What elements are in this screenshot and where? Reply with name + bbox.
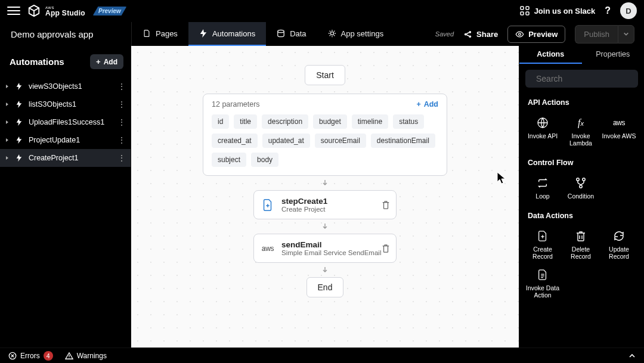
action-loop[interactable]: Loop [524, 173, 561, 203]
svg-rect-1 [526, 7, 529, 10]
tab-properties[interactable]: Properties [582, 46, 645, 64]
action-invoke-data-action[interactable]: Invoke Data Action [524, 265, 561, 302]
param-chip-body[interactable]: body [251, 153, 278, 167]
end-node[interactable]: End [306, 277, 344, 297]
product-name: App Studio [45, 11, 85, 16]
action-invoke-lambda[interactable]: fxInvoke Lambda [562, 113, 599, 150]
action-delete-record[interactable]: Delete Record [562, 226, 599, 263]
saved-status: Saved [435, 30, 454, 38]
tab-automations[interactable]: Automations [188, 22, 266, 46]
add-automation-button[interactable]: +Add [90, 54, 123, 69]
action-create-record[interactable]: Create Record [524, 226, 561, 263]
action-label: Loop [535, 193, 549, 200]
action-label: Invoke AWS [602, 132, 636, 139]
automation-item-createproject1[interactable]: CreateProject1⋮ [0, 149, 131, 167]
help-button[interactable]: ? [602, 5, 613, 16]
bolt-icon [16, 83, 23, 90]
automation-label: ProjectUpdate1 [29, 136, 80, 144]
share-icon [463, 30, 472, 39]
panel-expand-button[interactable] [628, 352, 636, 359]
publish-dropdown[interactable] [618, 25, 634, 44]
file-plus-icon [536, 229, 549, 243]
automation-item-projectupdate1[interactable]: ProjectUpdate1⋮ [0, 131, 131, 149]
globe-icon [536, 116, 549, 129]
action-update-record[interactable]: Update Record [600, 226, 637, 263]
x-circle-icon [8, 352, 17, 360]
share-button[interactable]: Share [463, 30, 498, 39]
param-chip-subject[interactable]: subject [212, 153, 246, 167]
action-label: Delete Record [562, 246, 599, 260]
left-panel-title: Automations [10, 57, 64, 67]
section-title: Control Flow [519, 154, 644, 169]
delete-step-button[interactable] [382, 244, 390, 253]
publish-button[interactable]: Publish [575, 25, 618, 44]
delete-step-button[interactable] [382, 200, 390, 210]
branch-icon [574, 176, 587, 190]
add-parameter-button[interactable]: +Add [416, 100, 438, 108]
product-logo[interactable]: AWS App Studio [27, 4, 85, 17]
preview-label: Preview [528, 30, 558, 39]
warnings-label: Warnings [77, 352, 107, 360]
param-chip-title[interactable]: title [234, 114, 257, 129]
slack-icon [520, 6, 530, 15]
preview-button[interactable]: Preview [507, 26, 565, 43]
svg-point-16 [580, 185, 582, 188]
param-chip-status[interactable]: status [393, 114, 424, 129]
tab-actions[interactable]: Actions [519, 46, 582, 64]
warnings-tab[interactable]: Warnings [65, 352, 107, 360]
param-chip-budget[interactable]: budget [313, 114, 347, 129]
tab-app-settings[interactable]: App settings [317, 22, 395, 46]
param-chip-timeline[interactable]: timeline [352, 114, 388, 129]
step-title: stepCreate1 [281, 197, 327, 206]
param-chip-destinationemail[interactable]: destinationEmail [371, 134, 435, 148]
tab-pages[interactable]: Pages [132, 22, 188, 46]
trash-icon [382, 244, 390, 253]
caret-right-icon [5, 84, 10, 89]
automation-label: viewS3Objects1 [29, 82, 82, 91]
arrow-icon [321, 266, 329, 274]
more-menu-button[interactable]: ⋮ [117, 135, 126, 145]
param-chip-description[interactable]: description [262, 114, 308, 129]
automation-item-views3objects1[interactable]: viewS3Objects1⋮ [0, 77, 131, 95]
param-chip-sourceemail[interactable]: sourceEmail [315, 134, 366, 148]
more-menu-button[interactable]: ⋮ [117, 153, 126, 163]
step-title: sendEmail [281, 240, 381, 249]
start-node[interactable]: Start [305, 65, 345, 85]
action-condition[interactable]: Condition [562, 173, 599, 203]
chevron-up-icon [628, 352, 636, 359]
svg-line-9 [466, 32, 469, 33]
automation-item-uploadfiles1success1[interactable]: UploadFiles1Success1⋮ [0, 113, 131, 131]
bolt-icon [16, 136, 23, 144]
join-slack-link[interactable]: Join us on Slack [520, 6, 596, 15]
avatar[interactable]: D [620, 2, 637, 19]
parameters-card[interactable]: 12 parameters +Add idtitledescriptionbud… [203, 94, 447, 176]
app-title: Demo approvals app [0, 22, 131, 46]
tab-data[interactable]: Data [266, 22, 317, 46]
errors-tab[interactable]: Errors 4 [8, 351, 53, 361]
svg-rect-3 [526, 12, 529, 15]
param-chip-created_at[interactable]: created_at [212, 134, 258, 148]
arrow-icon [321, 223, 329, 230]
more-menu-button[interactable]: ⋮ [117, 100, 126, 109]
bolt-icon [16, 101, 23, 108]
more-menu-button[interactable]: ⋮ [117, 82, 126, 91]
caret-right-icon [5, 102, 10, 107]
section-title: Data Actions [519, 207, 644, 222]
action-label: Invoke API [528, 132, 558, 139]
errors-label: Errors [20, 352, 40, 360]
action-invoke-aws[interactable]: awsInvoke AWS [600, 113, 637, 150]
step-card-stepcreate1[interactable]: stepCreate1 Create Project [253, 190, 397, 219]
svg-rect-0 [521, 7, 524, 10]
more-menu-button[interactable]: ⋮ [117, 117, 126, 127]
param-chip-updated_at[interactable]: updated_at [262, 134, 310, 148]
bolt-icon [16, 154, 23, 162]
share-label: Share [476, 30, 498, 39]
search-input[interactable] [536, 74, 640, 83]
fx-icon: fx [574, 116, 587, 129]
search-input-wrap[interactable] [525, 70, 638, 88]
step-card-sendemail[interactable]: aws sendEmail Simple Email Service SendE… [253, 234, 397, 263]
menu-icon[interactable] [7, 4, 20, 17]
param-chip-id[interactable]: id [212, 114, 229, 129]
automation-item-lists3objects1[interactable]: listS3Objects1⋮ [0, 95, 131, 113]
action-invoke-api[interactable]: Invoke API [524, 113, 561, 150]
